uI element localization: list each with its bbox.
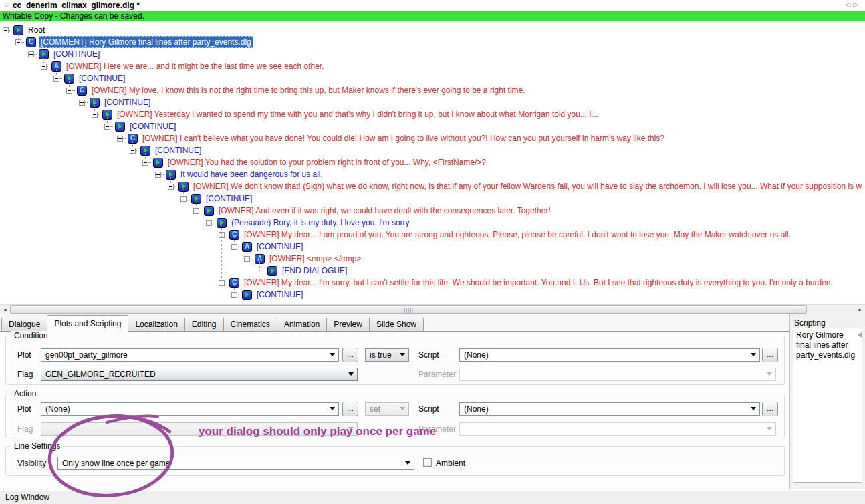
tree-guide-line [225, 235, 227, 235]
tree-node[interactable]: C[OWNER] I can't believe what you have d… [0, 132, 865, 144]
tab-editing[interactable]: Editing [184, 318, 224, 331]
visibility-combobox[interactable]: Only show line once per game [57, 457, 414, 470]
tree-node[interactable]: A[OWNER] <emp> </emp> [0, 253, 865, 265]
visibility-value: Only show line once per game [62, 459, 170, 468]
tree-node[interactable]: [END DIALOGUE] [0, 265, 865, 277]
tree-node[interactable]: C[OWNER] My dear... I'm sorry, but I can… [0, 277, 865, 289]
tab-plots-and-scripting[interactable]: Plots and Scripting [47, 315, 128, 332]
tree-collapse-icon[interactable] [104, 124, 110, 130]
condition-script-combobox[interactable]: (None) [459, 348, 760, 362]
tree-collapse-icon[interactable] [3, 27, 9, 33]
tree-collapse-icon[interactable] [28, 51, 34, 57]
log-window-bar[interactable]: Log Window [0, 491, 865, 504]
tree-node-label: [OWNER] And even if it was right, we cou… [217, 205, 553, 217]
tree-collapse-icon[interactable] [180, 196, 187, 202]
tree-guide-line [148, 162, 151, 163]
tree-node[interactable]: [CONTINUE] [0, 193, 865, 205]
action-plot-browse-button[interactable]: ... [342, 402, 358, 416]
tab-slide-show[interactable]: Slide Show [369, 318, 424, 331]
tree-guide-line [69, 81, 70, 87]
tree-guide-line [18, 33, 19, 39]
tree-guide-line [136, 150, 138, 151]
tree-node[interactable]: [CONTINUE] [0, 144, 865, 156]
tree-guide-line [209, 213, 209, 219]
chevron-down-icon [330, 353, 335, 356]
tree-guide-line [34, 54, 37, 55]
tree-collapse-icon[interactable] [41, 64, 47, 70]
condition-flag-value: GEN_GILMORE_RECRUITED [45, 370, 156, 379]
condition-plot-browse-button[interactable]: ... [342, 348, 358, 362]
tree-collapse-icon[interactable] [219, 280, 225, 286]
tree-node[interactable]: [CONTINUE] [0, 120, 865, 132]
action-script-combobox[interactable]: (None) [459, 402, 760, 416]
tree-node[interactable]: [CONTINUE] [0, 96, 865, 108]
tree-collapse-icon[interactable] [142, 160, 148, 166]
tab-cinematics[interactable]: Cinematics [223, 318, 277, 331]
condition-flag-label: Flag [17, 370, 33, 379]
document-tab[interactable]: cc_denerim_climax_gilmore.dlg * [0, 0, 140, 11]
tree-node[interactable]: A[OWNER] Here we are... and it might be … [0, 60, 865, 72]
condition-script-label: Script [418, 350, 439, 360]
tree-collapse-icon[interactable] [130, 148, 136, 154]
tree-node[interactable]: [CONTINUE] [0, 289, 865, 301]
tab-dialogue[interactable]: Dialogue [1, 318, 47, 331]
tree-collapse-icon[interactable] [231, 244, 237, 250]
tree-collapse-icon[interactable] [206, 220, 212, 226]
tab-animation[interactable]: Animation [277, 318, 327, 331]
tab-scroll-left-icon[interactable]: ◁ [846, 1, 854, 8]
tree-collapse-icon[interactable] [117, 136, 123, 142]
tree-collapse-icon[interactable] [155, 172, 161, 178]
tree-node[interactable]: [CONTINUE] [0, 48, 865, 60]
tree-node[interactable]: C[OWNER] My dear... I am proud of you. Y… [0, 229, 865, 241]
tree-node[interactable]: [OWNER] You had the solution to your pro… [0, 156, 865, 168]
tree-guide-line [247, 249, 247, 255]
condition-flag-combobox[interactable]: GEN_GILMORE_RECRUITED [41, 368, 358, 381]
tree-collapse-icon[interactable] [168, 184, 174, 190]
tree-node[interactable]: (Persuade) Rory, it is my duty. I love y… [0, 217, 865, 229]
tree-guide-line [237, 247, 240, 247]
tree-guide-line [225, 283, 227, 283]
tab-scroll-arrows[interactable]: ◁▷ [846, 1, 861, 8]
document-title: cc_denerim_climax_gilmore.dlg * [13, 1, 140, 10]
tree-collapse-icon[interactable] [231, 292, 237, 298]
tree-node[interactable]: [OWNER] We don't know that! (Sigh) what … [0, 180, 865, 193]
scroll-left-icon[interactable]: ◄ [0, 305, 10, 315]
tree-node[interactable]: [CONTINUE] [0, 72, 865, 84]
tree-node[interactable]: A[CONTINUE] [0, 241, 865, 253]
chevron-down-icon [400, 407, 405, 410]
tree-collapse-icon[interactable] [79, 100, 85, 106]
tab-preview[interactable]: Preview [326, 318, 370, 331]
tab-scroll-right-icon[interactable]: ▷ [853, 1, 861, 8]
tree-collapse-icon[interactable] [53, 76, 59, 82]
ambient-label: Ambient [436, 459, 465, 468]
tree-collapse-icon[interactable] [193, 208, 199, 214]
tab-localization[interactable]: Localization [128, 318, 184, 331]
action-plot-label: Plot [17, 404, 31, 414]
scripting-comments-textarea[interactable]: Rory Gilmore final lines after party_eve… [793, 328, 862, 483]
tree-node-label: [OWNER] Yesterday I wanted to spend my t… [115, 108, 600, 120]
tree-node[interactable]: It would have been dangerous for us all. [0, 168, 865, 180]
condition-script-browse-button[interactable]: ... [762, 348, 778, 362]
tree-node[interactable]: C[COMMENT] Rory Gilmore final lines afte… [0, 36, 865, 48]
tree-collapse-icon[interactable] [15, 39, 21, 45]
tree-node[interactable]: Root [0, 24, 865, 36]
tree-collapse-icon[interactable] [92, 112, 98, 118]
ambient-checkbox[interactable] [423, 458, 432, 467]
tree-collapse-icon[interactable] [66, 88, 72, 94]
tree-guide-line [56, 69, 57, 75]
condition-plot-combobox[interactable]: gen00pt_party_gilmore [41, 348, 339, 362]
tree-node[interactable]: C[OWNER] My love, I know this is not the… [0, 84, 865, 96]
action-script-browse-button[interactable]: ... [762, 402, 778, 416]
scroll-right-icon[interactable]: ► [855, 305, 865, 315]
tree-guide-line [43, 57, 44, 63]
tree-node[interactable]: [OWNER] And even if it was right, we cou… [0, 205, 865, 217]
scrollbar-thumb[interactable] [10, 305, 807, 314]
tree-horizontal-scrollbar[interactable]: ◄ ► [0, 304, 865, 314]
play-triangle [169, 172, 173, 177]
tree-node[interactable]: [OWNER] Yesterday I wanted to spend my t… [0, 108, 865, 120]
play-triangle [207, 208, 211, 213]
action-plot-combobox[interactable]: (None) [41, 402, 339, 416]
tree-node-label: [OWNER] Here we are... and it might be t… [64, 60, 326, 72]
condition-operator-combobox[interactable]: is true [365, 348, 409, 362]
tree-collapse-icon[interactable] [244, 256, 250, 262]
